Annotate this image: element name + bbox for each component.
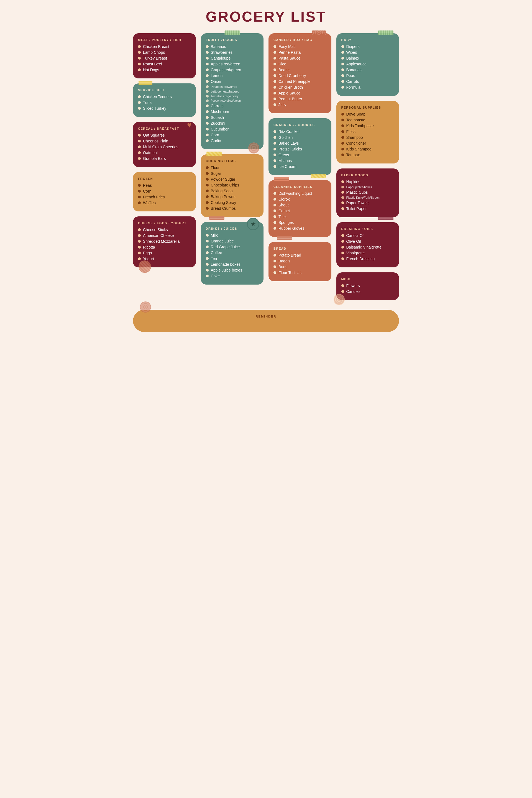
heart-icon: ♥: [187, 120, 192, 129]
list-item: Tampax: [341, 153, 394, 157]
bread-section: BREAD Potato Bread Bagels Buns Flour Tor…: [268, 242, 331, 281]
canned-list: Easy Mac Penne Pasta Pasta Sauce Rice Be…: [273, 44, 326, 107]
service-deli-title: SERVICE DELI: [138, 89, 191, 92]
list-item: Vinaigrette: [341, 251, 394, 255]
list-item: Plastic Cups: [341, 190, 394, 194]
list-item: Apple Juice boxes: [206, 268, 259, 272]
list-item: Granola Bars: [138, 156, 191, 161]
list-item: Waffles: [138, 201, 191, 205]
cheese-list: Cheese Sticks American Cheese Shredded M…: [138, 227, 191, 261]
tape-decoration-bottom: [277, 236, 292, 240]
list-item: Rubber Gloves: [273, 226, 326, 230]
list-item: Clorox: [273, 197, 326, 202]
paper-title: PAPER GOODS: [341, 173, 394, 177]
canned-title: CANNED / BOX / BAG: [273, 38, 326, 41]
list-item: Formula: [341, 85, 394, 90]
personal-section: PERSONAL SUPPLIES Dove Soap Toothpaste K…: [336, 101, 399, 164]
list-item: Shredded Mozzarella: [138, 239, 191, 244]
list-item: Corn: [206, 133, 259, 137]
list-item: Pasta Sauce: [273, 56, 326, 60]
paper-section: PAPER GOODS Napkins Paper plates/bowls P…: [336, 169, 399, 217]
list-item: Beans: [273, 68, 326, 72]
personal-list: Dove Soap Toothpaste Kids Toothpaste Flo…: [341, 112, 394, 157]
tape-decoration: [274, 177, 289, 182]
misc-list: Flowers Candles: [341, 283, 394, 294]
list-item: Dishwashing Liquid: [273, 191, 326, 196]
list-item: Red Grape Juice: [206, 245, 259, 249]
list-item: Apple Sauce: [273, 91, 326, 95]
crackers-section: CRACKERS / COOKIES Ritz Cracker Goldfish…: [268, 118, 331, 175]
cheese-title: CHEESE / EGGS / YOGURT: [138, 222, 191, 225]
paper-list: Napkins Paper plates/bowls Plastic Cups …: [341, 179, 394, 211]
cereal-title: CEREAL / BREAKFAST: [138, 127, 191, 130]
tape-decoration: [206, 152, 222, 156]
list-item: Tea: [206, 256, 259, 261]
list-item: Candles: [341, 289, 394, 294]
drinks-section: ★ DRINKS / JUICES Milk Orange Juice Red …: [201, 222, 264, 285]
list-item: French Fries: [138, 195, 191, 199]
list-item: Turkey Breast: [138, 56, 191, 60]
list-item: Shout: [273, 203, 326, 207]
list-item: Roast Beef: [138, 62, 191, 66]
page-title: GROCERY LIST: [5, 8, 527, 25]
list-item: Sliced Turkey: [138, 106, 191, 111]
list-item: Tuna: [138, 100, 191, 105]
list-item: Milk: [206, 233, 259, 238]
list-item: Comet: [273, 209, 326, 213]
list-item: Lamb Chops: [138, 50, 191, 55]
list-item: Grapes red/green: [206, 68, 259, 72]
tape-decoration-bottom: [209, 216, 225, 220]
list-item: Dove Soap: [341, 112, 394, 116]
list-item: French Dressing: [341, 256, 394, 261]
personal-title: PERSONAL SUPPLIES: [341, 106, 394, 109]
list-item: Penne Pasta: [273, 50, 326, 55]
cooking-list: Flour Sugar Powder Sugar Chocolate Chips…: [206, 166, 259, 211]
list-item: Zucchini: [206, 121, 259, 126]
list-item: Lemon: [206, 73, 259, 78]
list-item: Ritz Cracker: [273, 129, 326, 134]
list-item: Pepper red/yellow/green: [206, 99, 259, 102]
list-item: Bananas: [206, 44, 259, 49]
dressing-list: Canola Oil Olive Oil Balsamic Vinaigrett…: [341, 233, 394, 261]
service-deli-section: SERVICE DELI Chicken Tenders Tuna Sliced…: [133, 83, 196, 117]
list-item: Lettuce head/bagged: [206, 90, 259, 93]
tape-decoration: [310, 174, 326, 178]
cooking-title: COOKING ITEMS: [206, 159, 259, 163]
list-item: Squash: [206, 115, 259, 120]
meat-section: MEAT / POULTRY / FISH Chicken Breast Lam…: [133, 33, 196, 78]
list-item: Easy Mac: [273, 44, 326, 49]
list-item: Toilet Paper: [341, 206, 394, 211]
bread-list: Potato Bread Bagels Buns Flour Tortillas: [273, 253, 326, 275]
list-item: Cucumber: [206, 127, 259, 131]
list-item: Lemonade boxes: [206, 262, 259, 267]
baby-section: BABY Diapers Wipes Balmex Applesauce Ban…: [336, 33, 399, 96]
list-item: Ricotta: [138, 245, 191, 249]
list-item: Chocolate Chips: [206, 183, 259, 187]
list-item: Cheese Sticks: [138, 227, 191, 232]
list-item: Peanut Butter: [273, 97, 326, 101]
bread-title: BREAD: [273, 247, 326, 250]
list-item: Bread Crumbs: [206, 206, 259, 211]
meat-title: MEAT / POULTRY / FISH: [138, 38, 191, 41]
list-item: Cheerios Plain: [138, 139, 191, 143]
star-icon: ★: [247, 218, 259, 230]
circle-decoration: [334, 294, 345, 305]
list-item: Garlic: [206, 138, 259, 143]
dressing-title: DRESSING / OILS: [341, 227, 394, 230]
drinks-list: Milk Orange Juice Red Grape Juice Coffee…: [206, 233, 259, 278]
list-item: Paper Towels: [341, 201, 394, 205]
misc-section: MISC Flowers Candles: [336, 272, 399, 300]
list-item: Pretzel Sticks: [273, 147, 326, 151]
list-item: Potatoes brown/red: [206, 85, 259, 89]
list-item: Oat Squares: [138, 133, 191, 137]
list-item: Paper plates/bowls: [341, 185, 394, 189]
tape-decoration: [225, 31, 240, 35]
misc-title: MISC: [341, 277, 394, 281]
meat-list: Chicken Breast Lamb Chops Turkey Breast …: [138, 44, 191, 72]
list-item: Shampoo: [341, 135, 394, 140]
list-item: Eggs: [138, 251, 191, 255]
list-item: Toothpaste: [341, 118, 394, 122]
frozen-section: FROZEN Peas Corn French Fries Waffles: [133, 172, 196, 211]
list-item: Olive Oil: [341, 239, 394, 244]
cereal-section: ♥ CEREAL / BREAKFAST Oat Squares Cheerio…: [133, 122, 196, 167]
